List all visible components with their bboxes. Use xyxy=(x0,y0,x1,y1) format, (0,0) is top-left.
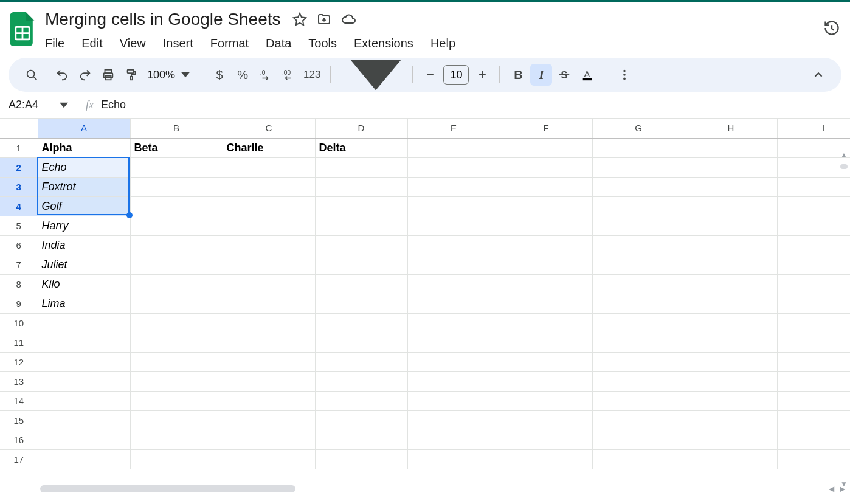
cell-D11[interactable] xyxy=(315,333,407,352)
cell-A5[interactable]: Harry xyxy=(38,216,130,235)
cell-D14[interactable] xyxy=(315,391,407,410)
history-icon[interactable] xyxy=(822,18,841,38)
cell-C11[interactable] xyxy=(223,333,315,352)
cell-C8[interactable] xyxy=(223,274,315,294)
cell-G17[interactable] xyxy=(592,449,685,469)
cell-B6[interactable] xyxy=(130,235,223,255)
cell-B3[interactable] xyxy=(130,177,223,196)
font-size-input[interactable] xyxy=(443,65,469,85)
more-toolbar-icon[interactable] xyxy=(613,64,635,86)
cell-H14[interactable] xyxy=(685,391,777,410)
decrease-font-size-button[interactable]: − xyxy=(420,65,440,85)
cell-H15[interactable] xyxy=(685,410,777,430)
row-header-5[interactable]: 5 xyxy=(0,216,38,235)
cell-B7[interactable] xyxy=(130,255,223,274)
cell-H11[interactable] xyxy=(685,333,777,352)
cell-B12[interactable] xyxy=(130,352,223,371)
cell-A4[interactable]: Golf xyxy=(38,196,130,216)
cell-D17[interactable] xyxy=(315,449,407,469)
cell-G15[interactable] xyxy=(592,410,685,430)
cell-G6[interactable] xyxy=(592,235,685,255)
menu-format[interactable]: Format xyxy=(203,34,256,53)
cell-F17[interactable] xyxy=(500,449,592,469)
menu-tools[interactable]: Tools xyxy=(301,34,344,53)
cell-B16[interactable] xyxy=(130,430,223,449)
cell-D7[interactable] xyxy=(315,255,407,274)
cell-A6[interactable]: India xyxy=(38,235,130,255)
row-header-1[interactable]: 1 xyxy=(0,138,38,157)
cell-E7[interactable] xyxy=(407,255,500,274)
strikethrough-button[interactable]: S xyxy=(553,64,575,86)
collapse-toolbar-icon[interactable] xyxy=(807,64,829,86)
cell-H10[interactable] xyxy=(685,313,777,333)
cell-C13[interactable] xyxy=(223,371,315,391)
row-header-6[interactable]: 6 xyxy=(0,235,38,255)
cell-E9[interactable] xyxy=(407,294,500,313)
cell-B1[interactable]: Beta xyxy=(130,138,223,157)
cell-G11[interactable] xyxy=(592,333,685,352)
cell-A8[interactable]: Kilo xyxy=(38,274,130,294)
cell-H7[interactable] xyxy=(685,255,777,274)
col-header-A[interactable]: A xyxy=(38,119,130,138)
cell-A2[interactable]: Echo xyxy=(38,157,130,177)
cell-G13[interactable] xyxy=(592,371,685,391)
formula-bar-input[interactable] xyxy=(101,98,850,111)
bold-button[interactable]: B xyxy=(507,64,529,86)
cell-G10[interactable] xyxy=(592,313,685,333)
cell-G5[interactable] xyxy=(592,216,685,235)
move-to-folder-icon[interactable] xyxy=(316,12,332,27)
increase-decimal-button[interactable]: .00 xyxy=(278,64,300,86)
cell-C17[interactable] xyxy=(223,449,315,469)
row-header-4[interactable]: 4 xyxy=(0,196,38,216)
row-header-9[interactable]: 9 xyxy=(0,294,38,313)
cell-F2[interactable] xyxy=(500,157,592,177)
cell-D2[interactable] xyxy=(315,157,407,177)
cell-B9[interactable] xyxy=(130,294,223,313)
cell-A3[interactable]: Foxtrot xyxy=(38,177,130,196)
cell-B15[interactable] xyxy=(130,410,223,430)
cell-F8[interactable] xyxy=(500,274,592,294)
cell-E15[interactable] xyxy=(407,410,500,430)
vscroll-down-icon[interactable]: ▼ xyxy=(838,478,849,489)
cell-F4[interactable] xyxy=(500,196,592,216)
cell-F3[interactable] xyxy=(500,177,592,196)
menu-extensions[interactable]: Extensions xyxy=(347,34,421,53)
cell-D16[interactable] xyxy=(315,430,407,449)
cell-A17[interactable] xyxy=(38,449,130,469)
cell-E14[interactable] xyxy=(407,391,500,410)
cell-D12[interactable] xyxy=(315,352,407,371)
cell-F15[interactable] xyxy=(500,410,592,430)
cell-A14[interactable] xyxy=(38,391,130,410)
row-header-2[interactable]: 2 xyxy=(0,157,38,177)
cell-H12[interactable] xyxy=(685,352,777,371)
cell-D13[interactable] xyxy=(315,371,407,391)
cell-C15[interactable] xyxy=(223,410,315,430)
decrease-decimal-button[interactable]: .0 xyxy=(255,64,277,86)
cell-G9[interactable] xyxy=(592,294,685,313)
cell-C2[interactable] xyxy=(223,157,315,177)
row-header-15[interactable]: 15 xyxy=(0,410,38,430)
cell-D9[interactable] xyxy=(315,294,407,313)
cell-F5[interactable] xyxy=(500,216,592,235)
cell-F16[interactable] xyxy=(500,430,592,449)
cell-B8[interactable] xyxy=(130,274,223,294)
cell-H17[interactable] xyxy=(685,449,777,469)
cell-C6[interactable] xyxy=(223,235,315,255)
star-icon[interactable] xyxy=(292,12,308,27)
menu-file[interactable]: File xyxy=(43,34,72,53)
cell-B5[interactable] xyxy=(130,216,223,235)
cell-E5[interactable] xyxy=(407,216,500,235)
cell-B14[interactable] xyxy=(130,391,223,410)
cell-E8[interactable] xyxy=(407,274,500,294)
col-header-F[interactable]: F xyxy=(500,119,592,138)
row-header-17[interactable]: 17 xyxy=(0,449,38,469)
cell-D15[interactable] xyxy=(315,410,407,430)
cell-F11[interactable] xyxy=(500,333,592,352)
cell-E11[interactable] xyxy=(407,333,500,352)
currency-format-button[interactable]: $ xyxy=(209,64,230,86)
cell-H1[interactable] xyxy=(685,138,777,157)
cell-C3[interactable] xyxy=(223,177,315,196)
cell-B2[interactable] xyxy=(130,157,223,177)
cell-A12[interactable] xyxy=(38,352,130,371)
col-header-E[interactable]: E xyxy=(407,119,500,138)
